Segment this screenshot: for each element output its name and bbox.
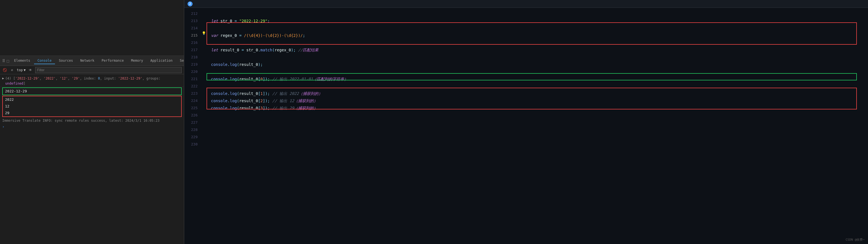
code-line-216	[207, 39, 868, 47]
tab-elements[interactable]: Elements	[10, 58, 33, 64]
line-num-218: 218	[184, 54, 201, 61]
dropdown-arrow: ▼	[24, 68, 26, 72]
line-num-227: 227	[184, 119, 201, 126]
code-line-223: console.log(result_0[1]); // 输出 2022（捕获到…	[207, 90, 868, 97]
code-line-226	[207, 112, 868, 119]
context-selector[interactable]: top ▼	[17, 68, 26, 72]
console-output: ▶ (4) ['2022-12-29', '2022', '12', '29',…	[0, 74, 184, 244]
devtools-topbar	[0, 0, 184, 56]
code-line-219: console.log(result_0);	[207, 61, 868, 68]
line-num-228: 228	[184, 126, 201, 133]
context-label: top	[17, 68, 23, 72]
editor-header: 2	[184, 0, 868, 8]
lightbulb-icon[interactable]: 💡	[201, 30, 207, 37]
tab-performance[interactable]: Performance	[98, 58, 127, 64]
line-num-214: 214	[184, 25, 201, 32]
devtools-tab-bar: ⠿ ⬚ Elements Console Sources Network Per…	[0, 56, 184, 66]
code-line-214	[207, 25, 868, 32]
result-item-3: 29	[3, 110, 181, 116]
gutter: 💡	[201, 8, 207, 244]
code-line-217: let result_0 = str_0.match(regex_0); //匹…	[207, 47, 868, 54]
line-num-212: 212	[184, 10, 201, 17]
line-num-222: 222	[184, 83, 201, 90]
line-num-226: 226	[184, 112, 201, 119]
code-line-227	[207, 119, 868, 126]
line-numbers: 212 213 214 215 216 217 218 219 220 221 …	[184, 8, 201, 244]
code-line-228	[207, 126, 868, 133]
devtools-icon-2[interactable]: ⬚	[7, 58, 9, 64]
line-num-217: 217	[184, 47, 201, 54]
line-num-215: 215	[184, 32, 201, 39]
code-line-212	[207, 10, 868, 17]
code-line-221: console.log(result_0[0]); // 输出 2022-01-…	[207, 75, 868, 83]
code-line-230	[207, 141, 868, 148]
line-num-230: 230	[184, 141, 201, 148]
line-num-224: 224	[184, 97, 201, 104]
line-num-229: 229	[184, 133, 201, 141]
console-array-line: ▶ (4) ['2022-12-29', '2022', '12', '29',…	[0, 75, 184, 87]
console-prompt[interactable]: ›	[0, 124, 184, 130]
line-num-216: 216	[184, 39, 201, 47]
result-box-red: 2022 12 29	[2, 96, 182, 117]
line-num-221: 221	[184, 75, 201, 83]
code-content: let str_0 = "2022-12-29"; var regex_0 = …	[207, 8, 868, 244]
code-line-225: console.log(result_0[3]); // 输出 29（捕获到的）	[207, 104, 868, 112]
tab-sources[interactable]: Sources	[56, 58, 76, 64]
line-num-220: 220	[184, 68, 201, 75]
tab-application[interactable]: Application	[147, 58, 176, 64]
code-line-222	[207, 83, 868, 90]
line-num-223: 223	[184, 90, 201, 97]
result-item-1: 2022	[3, 96, 181, 103]
devtools-panel: ⠿ ⬚ Elements Console Sources Network Per…	[0, 0, 184, 244]
filter-icon[interactable]: ⊘	[9, 67, 14, 72]
devtools-icon-1[interactable]: ⠿	[2, 58, 5, 64]
tab-console[interactable]: Console	[34, 58, 55, 64]
editor-panel: 2 212 213 214 215 216 217 218 219 220 22…	[184, 0, 868, 244]
code-line-229	[207, 133, 868, 141]
code-line-224: console.log(result_0[2]); // 输出 12（捕获到的）	[207, 97, 868, 104]
result-box-green: 2022-12-29	[2, 87, 182, 95]
array-content: (4) ['2022-12-29', '2022', '12', '29', i…	[5, 76, 182, 86]
line-num-219: 219	[184, 61, 201, 68]
tab-memory[interactable]: Memory	[128, 58, 146, 64]
eye-icon[interactable]: 👁	[28, 67, 33, 72]
code-line-213: let str_0 = "2022-12-29";	[207, 17, 868, 25]
line-num-213: 213	[184, 17, 201, 25]
watermark: CSDN @收费~	[846, 238, 865, 242]
code-line-220	[207, 68, 868, 75]
result-item-0: 2022-12-29	[3, 88, 181, 95]
tab-network[interactable]: Network	[77, 58, 98, 64]
console-toolbar: 🚫 ⊘ top ▼ 👁	[0, 66, 184, 74]
code-area: 212 213 214 215 216 217 218 219 220 221 …	[184, 8, 868, 244]
code-line-215: var regex_0 = /(\d{4})-(\d{2})-(\d{2})/;	[207, 32, 868, 39]
result-item-2: 12	[3, 103, 181, 110]
badge-2: 2	[188, 1, 193, 6]
console-filter-input[interactable]	[35, 67, 182, 73]
expand-icon[interactable]: ▶	[2, 76, 4, 81]
clear-console-icon[interactable]: 🚫	[2, 67, 7, 72]
line-num-225: 225	[184, 104, 201, 112]
code-line-218	[207, 54, 868, 61]
info-line: Immersive Translate INFO: sync remote ru…	[0, 118, 184, 124]
